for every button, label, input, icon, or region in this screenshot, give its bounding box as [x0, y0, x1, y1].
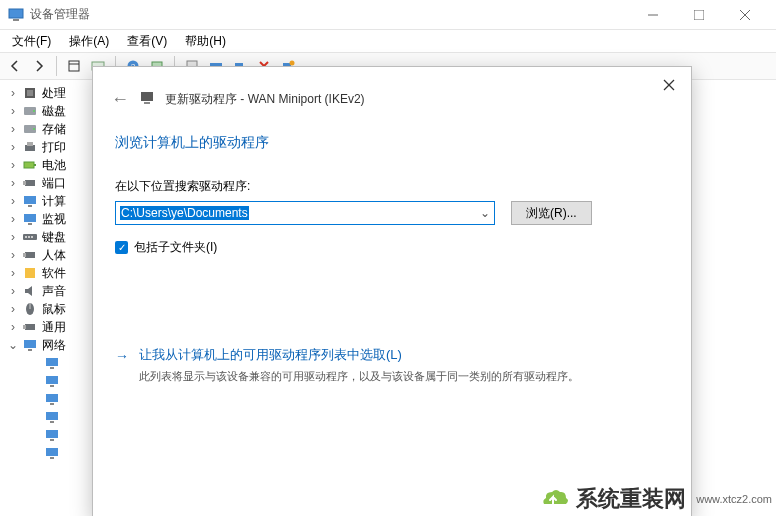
tree-item[interactable]: ›鼠标: [0, 300, 90, 318]
tree-item-label: 键盘: [42, 229, 66, 246]
main-area: ›处理›磁盘›存储›打印›电池›端口›计算›监视›键盘›人体›软件›声音›鼠标›…: [0, 80, 776, 516]
titlebar: 设备管理器: [0, 0, 776, 30]
svg-rect-54: [50, 403, 54, 405]
svg-rect-58: [50, 439, 54, 441]
include-subfolders-checkbox[interactable]: [115, 241, 128, 254]
expander-icon[interactable]: ›: [8, 230, 18, 244]
net-icon: [44, 355, 60, 371]
svg-rect-39: [31, 236, 33, 238]
tree-item[interactable]: ›计算: [0, 192, 90, 210]
tree-item[interactable]: ›磁盘: [0, 102, 90, 120]
separator: [56, 56, 57, 76]
printer-icon: [22, 139, 38, 155]
svg-rect-32: [24, 196, 36, 204]
kbd-icon: [22, 229, 38, 245]
tree-item-label: 端口: [42, 175, 66, 192]
expander-icon[interactable]: ›: [8, 248, 18, 262]
svg-rect-60: [50, 457, 54, 459]
tree-item[interactable]: [0, 426, 90, 444]
window-title: 设备管理器: [30, 6, 630, 23]
svg-rect-57: [46, 430, 58, 438]
tree-item[interactable]: ›键盘: [0, 228, 90, 246]
expander-icon[interactable]: ⌄: [8, 338, 18, 352]
dialog-back-icon[interactable]: ←: [111, 89, 129, 110]
tree-item-label: 计算: [42, 193, 66, 210]
svg-point-25: [33, 128, 35, 130]
menu-help[interactable]: 帮助(H): [177, 31, 234, 52]
svg-point-19: [290, 61, 295, 66]
expander-icon[interactable]: ›: [8, 302, 18, 316]
expander-icon[interactable]: ›: [8, 212, 18, 226]
tree-item[interactable]: ›软件: [0, 264, 90, 282]
svg-rect-4: [694, 10, 704, 20]
dialog-close-button[interactable]: [651, 71, 687, 99]
forward-icon[interactable]: [28, 55, 50, 77]
tree-item-label: 人体: [42, 247, 66, 264]
tree-item[interactable]: ›处理: [0, 84, 90, 102]
svg-rect-52: [50, 385, 54, 387]
tree-item[interactable]: ›人体: [0, 246, 90, 264]
device-icon: [139, 90, 155, 109]
pick-from-list-desc: 此列表将显示与该设备兼容的可用驱动程序，以及与该设备属于同一类别的所有驱动程序。: [139, 368, 579, 385]
tree-item-label: 监视: [42, 211, 66, 228]
svg-rect-53: [46, 394, 58, 402]
tree-item[interactable]: ›监视: [0, 210, 90, 228]
expander-icon[interactable]: ›: [8, 176, 18, 190]
speaker-icon: [22, 283, 38, 299]
mon-icon: [22, 211, 38, 227]
svg-rect-27: [27, 142, 33, 146]
tree-item[interactable]: ›存储: [0, 120, 90, 138]
tree-item[interactable]: [0, 390, 90, 408]
tree-item[interactable]: ›端口: [0, 174, 90, 192]
tree-item[interactable]: ⌄网络: [0, 336, 90, 354]
menu-file[interactable]: 文件(F): [4, 31, 59, 52]
tree-item[interactable]: ›声音: [0, 282, 90, 300]
expander-icon[interactable]: ›: [8, 320, 18, 334]
maximize-button[interactable]: [676, 0, 722, 30]
show-hide-icon[interactable]: [63, 55, 85, 77]
svg-rect-63: [141, 92, 153, 101]
close-button[interactable]: [722, 0, 768, 30]
svg-rect-31: [23, 181, 26, 185]
expander-icon[interactable]: ›: [8, 122, 18, 136]
yellow-icon: [22, 265, 38, 281]
path-value: C:\Users\ye\Documents: [120, 206, 249, 220]
tree-item[interactable]: [0, 444, 90, 462]
watermark-text: 系统重装网: [576, 484, 686, 514]
expander-icon[interactable]: ›: [8, 266, 18, 280]
svg-rect-56: [50, 421, 54, 423]
tree-item[interactable]: [0, 354, 90, 372]
svg-rect-33: [28, 205, 32, 207]
browse-button[interactable]: 浏览(R)...: [511, 201, 592, 225]
menu-view[interactable]: 查看(V): [119, 31, 175, 52]
svg-rect-29: [34, 164, 36, 166]
back-icon[interactable]: [4, 55, 26, 77]
expander-icon[interactable]: ›: [8, 104, 18, 118]
expander-icon[interactable]: ›: [8, 284, 18, 298]
svg-rect-37: [25, 236, 27, 238]
tree-item[interactable]: [0, 408, 90, 426]
pick-from-list-link[interactable]: → 让我从计算机上的可用驱动程序列表中选取(L) 此列表将显示与该设备兼容的可用…: [115, 346, 669, 385]
search-label: 在以下位置搜索驱动程序:: [115, 178, 673, 195]
svg-rect-38: [28, 236, 30, 238]
watermark: 系统重装网 www.xtcz2.com: [540, 484, 772, 514]
expander-icon[interactable]: ›: [8, 86, 18, 100]
tree-item[interactable]: ›电池: [0, 156, 90, 174]
watermark-url: www.xtcz2.com: [696, 493, 772, 505]
tree-item[interactable]: ›打印: [0, 138, 90, 156]
tree-item-label: 声音: [42, 283, 66, 300]
tree-item-label: 通用: [42, 319, 66, 336]
expander-icon[interactable]: ›: [8, 194, 18, 208]
path-combobox[interactable]: C:\Users\ye\Documents ⌄: [115, 201, 495, 225]
tree-item[interactable]: [0, 372, 90, 390]
expander-icon[interactable]: ›: [8, 140, 18, 154]
tree-item[interactable]: ›通用: [0, 318, 90, 336]
menu-action[interactable]: 操作(A): [61, 31, 117, 52]
device-tree[interactable]: ›处理›磁盘›存储›打印›电池›端口›计算›监视›键盘›人体›软件›声音›鼠标›…: [0, 80, 90, 516]
chevron-down-icon[interactable]: ⌄: [480, 206, 490, 220]
tree-item-label: 处理: [42, 85, 66, 102]
expander-icon[interactable]: ›: [8, 158, 18, 172]
net-icon: [44, 391, 60, 407]
minimize-button[interactable]: [630, 0, 676, 30]
svg-rect-40: [25, 252, 35, 258]
